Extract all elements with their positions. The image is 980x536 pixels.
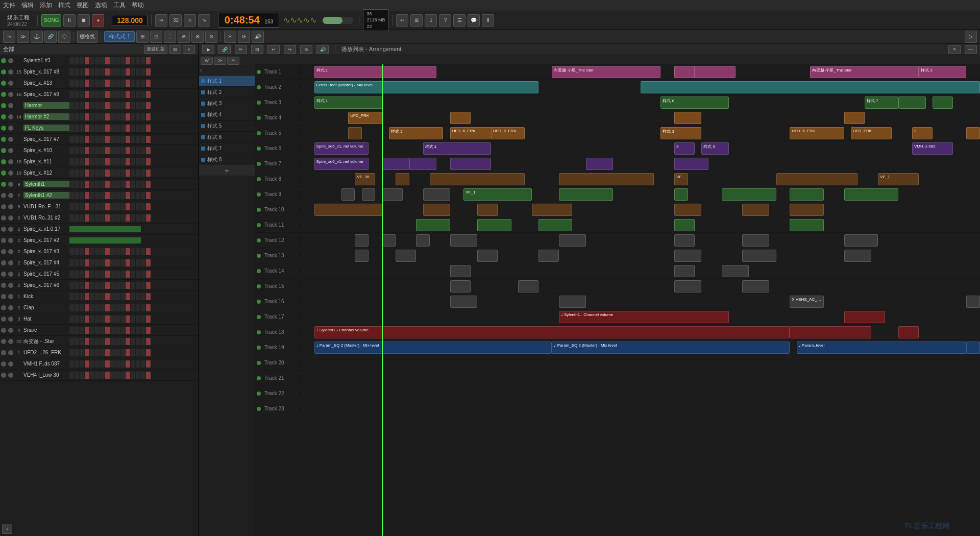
channel-row[interactable]: 1Kick [0,291,198,302]
t2-btn-i[interactable]: 🔊 [252,31,264,43]
menu-tools[interactable]: 工具 [113,1,126,10]
clip-block[interactable]: UFD_6_FRK [491,127,525,139]
clip-block[interactable] [674,66,695,78]
ch-close[interactable]: × [183,45,195,54]
clip-block[interactable] [742,204,769,216]
clip-block[interactable] [742,234,769,247]
track-content[interactable] [301,386,980,401]
channel-active-btn[interactable] [1,103,6,108]
channel-row[interactable]: 2Spire_x..017 #2 [0,235,198,246]
pl-close[interactable]: × [948,45,961,54]
channel-mute-btn[interactable] [8,339,13,344]
clip-block[interactable] [898,96,925,109]
clip-block[interactable]: X VEHS_AC_51_A [790,296,824,308]
clip-block[interactable] [477,204,498,216]
channel-row[interactable]: FL Keys [0,123,198,134]
channel-active-btn[interactable] [1,182,6,187]
clip-block[interactable] [382,188,403,201]
track-row[interactable]: Track 5样式 2UFD_6_FRKUFD_6_FRK样式 3UFD_6_F… [255,126,980,141]
track-content[interactable]: ♩ Sylenth1 - Channel volume [301,325,980,339]
channel-row[interactable]: 5VUB1 Ro..E - 31 [0,201,198,212]
toolbar-browser[interactable]: ? [439,14,451,27]
channel-mute-btn[interactable] [8,361,13,367]
channel-active-btn[interactable] [1,238,6,243]
pattern-item[interactable]: 样式 1 [199,76,255,87]
channel-active-btn[interactable] [1,159,6,164]
play-btn[interactable]: ⏸ [63,14,76,27]
track-content[interactable]: Gross Beat (Master) - Mix level [301,80,980,94]
master-volume-slider[interactable] [323,17,353,24]
track-row[interactable]: Track 20 [255,355,980,371]
track-row[interactable]: Track 2Gross Beat (Master) - Mix level [255,80,980,95]
toolbar-btn-3[interactable]: ≡ [184,14,196,27]
clip-block[interactable]: UFD_FRK [851,127,892,139]
track-row[interactable]: Track 1样式 1向变越·小星_The Star样式 2向变越·小星_The… [255,64,980,80]
channel-mute-btn[interactable] [8,316,13,322]
clip-block[interactable] [355,250,369,262]
pl-header-btn3[interactable]: ✏ [235,45,247,54]
track-row[interactable]: Track 11 [255,217,980,233]
channel-mute-btn[interactable] [8,204,13,209]
channel-row[interactable]: Spire_x..#13 [0,78,198,89]
track-row[interactable]: Track 9VF_1 [255,187,980,202]
clip-block[interactable]: UFD_FRK [348,112,382,124]
channel-row[interactable]: 2Spire_x..v1.0.17 [0,224,198,235]
channel-row[interactable]: Harmor [0,100,198,111]
channel-active-btn[interactable] [1,260,6,265]
channel-add-button[interactable]: + [2,524,12,534]
track-row[interactable]: Track 7Spire_xd6_v1..nel volume [255,156,980,172]
channel-active-btn[interactable] [1,272,6,277]
channel-active-btn[interactable] [1,204,6,209]
track-content[interactable]: 样式 2UFD_6_FRKUFD_6_FRK样式 3UFD_6_FRKUFD_F… [301,126,980,140]
channel-row[interactable]: 19Spire_x..#12 [0,167,198,179]
channel-mute-btn[interactable] [8,272,13,277]
toolbar-undo[interactable]: ↩ [396,14,408,27]
channel-active-btn[interactable] [1,294,6,299]
clip-block[interactable] [341,188,355,201]
clip-block[interactable] [898,326,919,338]
channel-mute-btn[interactable] [8,305,13,310]
menu-edit[interactable]: 编辑 [21,1,34,10]
pl-header-btn2[interactable]: 🔗 [218,45,231,54]
track-content[interactable] [301,279,980,294]
channel-mute-btn[interactable] [8,58,13,63]
t2-btn3[interactable]: ⚓ [31,31,43,43]
track-content[interactable] [301,371,980,385]
channel-mute-btn[interactable] [8,159,13,164]
ch-sort[interactable]: ⊞ [169,45,181,54]
channel-mute-btn[interactable] [8,238,13,243]
t2-btn-expand[interactable]: ▷ [965,31,977,43]
channel-mute-btn[interactable] [8,114,13,119]
channel-row[interactable]: 18Spire_x..#11 [0,156,198,167]
pl-header-btn7[interactable]: ⊕ [300,45,312,54]
clip-block[interactable] [559,296,586,308]
clip-block[interactable] [423,204,450,216]
channel-active-btn[interactable] [1,69,6,75]
channel-active-btn[interactable] [1,148,6,153]
channel-mute-btn[interactable] [8,328,13,333]
clip-block[interactable] [409,158,436,170]
pl-tool3[interactable]: ✏ [227,57,239,65]
channel-mute-btn[interactable] [8,260,13,265]
clip-block[interactable]: 向变越·小星_The Star [810,66,919,78]
channel-mute-btn[interactable] [8,137,13,142]
menu-options[interactable]: 选项 [95,1,107,10]
clip-block[interactable] [966,127,980,139]
t2-grid[interactable]: 棚格线 [77,31,97,43]
clip-block[interactable] [776,173,858,185]
clip-block[interactable] [674,112,701,124]
pl-header-btn6[interactable]: ↪ [284,45,296,54]
channel-mute-btn[interactable] [8,182,13,187]
clip-block[interactable]: UFD_6_FRK [790,127,844,139]
t2-btn-f[interactable]: ⊘ [205,31,217,43]
channel-row[interactable]: 15Spire_x..017 #8 [0,66,198,78]
channel-row[interactable]: 4Snare [0,325,198,336]
track-row[interactable]: Track 15 [255,279,980,294]
clip-block[interactable] [538,250,559,262]
clip-block[interactable] [722,265,749,277]
track-content[interactable] [301,401,980,416]
clip-block[interactable] [450,296,477,308]
t2-btn-e[interactable]: ⊗ [191,31,204,43]
channel-row[interactable]: VMH1 F..ds 087 [0,358,198,370]
channel-active-btn[interactable] [1,137,6,142]
